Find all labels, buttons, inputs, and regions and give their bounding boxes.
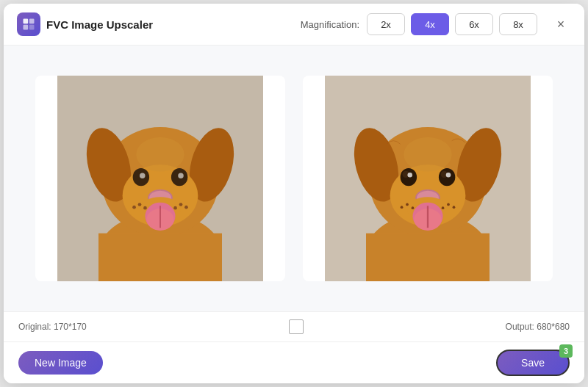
svg-point-11: [140, 173, 145, 178]
svg-point-52: [442, 206, 445, 209]
original-image-panel: [35, 76, 285, 281]
svg-point-34: [401, 168, 417, 186]
magnification-buttons: 2x 4x 6x 8x: [367, 13, 537, 35]
upscaled-image-panel: [303, 76, 553, 281]
original-info-text: Original: 170*170: [18, 322, 87, 332]
svg-point-48: [401, 206, 404, 209]
mag-6x-button[interactable]: 6x: [455, 13, 493, 35]
svg-point-36: [407, 173, 412, 178]
svg-rect-3: [29, 25, 35, 30]
mag-4x-button[interactable]: 4x: [411, 13, 449, 35]
mag-2x-button[interactable]: 2x: [367, 13, 405, 35]
svg-point-46: [404, 137, 451, 172]
logo-area: FVC Image Upscaler: [17, 12, 153, 36]
svg-rect-27: [98, 234, 222, 281]
new-image-button[interactable]: New Image: [18, 351, 103, 375]
svg-point-24: [179, 203, 183, 206]
bottom-bar: Original: 170*170 Output: 680*680: [4, 311, 584, 341]
magnification-label: Magnification:: [301, 19, 359, 30]
svg-rect-0: [24, 19, 29, 24]
svg-point-49: [412, 206, 415, 209]
mag-8x-button[interactable]: 8x: [499, 13, 537, 35]
svg-rect-53: [366, 234, 490, 281]
svg-point-47: [406, 203, 409, 206]
svg-point-26: [173, 206, 177, 210]
compare-icon: [289, 319, 304, 334]
svg-rect-1: [29, 19, 35, 24]
app-logo-icon: [17, 12, 40, 36]
svg-point-50: [447, 203, 450, 206]
original-dog-image: [57, 76, 263, 281]
svg-rect-2: [24, 25, 29, 30]
svg-point-20: [136, 137, 184, 172]
svg-point-23: [143, 206, 147, 210]
svg-point-21: [138, 203, 142, 206]
save-button-wrapper: 3 Save: [496, 350, 570, 376]
header: FVC Image Upscaler Magnification: 2x 4x …: [4, 4, 584, 46]
content-area: [4, 46, 584, 311]
save-badge: 3: [559, 344, 573, 358]
output-info-text: Output: 680*680: [506, 322, 570, 332]
svg-point-39: [446, 173, 451, 178]
svg-point-37: [439, 168, 455, 186]
svg-point-25: [184, 206, 188, 209]
svg-point-51: [453, 206, 456, 209]
upscaled-dog-image: [325, 76, 531, 281]
save-button[interactable]: Save: [496, 350, 570, 376]
svg-point-13: [178, 173, 183, 178]
main-window: FVC Image Upscaler Magnification: 2x 4x …: [4, 4, 584, 383]
svg-point-22: [132, 206, 136, 209]
app-title: FVC Image Upscaler: [46, 18, 153, 31]
close-button[interactable]: ×: [551, 14, 571, 35]
